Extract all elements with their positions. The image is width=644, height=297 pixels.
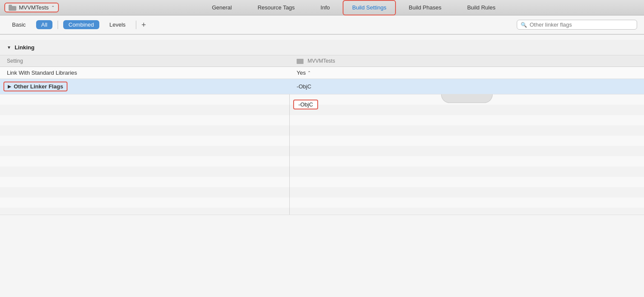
main-content: ▼ Linking Setting MVVMTests Link With St… <box>0 40 644 297</box>
folder-icon <box>9 5 16 11</box>
collapse-triangle: ▼ <box>7 45 11 50</box>
section-title: Linking <box>15 44 34 51</box>
table-header: Setting MVVMTests <box>0 55 644 67</box>
search-icon: 🔍 <box>521 22 527 28</box>
tab-build-rules[interactable]: Build Rules <box>454 0 509 15</box>
tab-build-settings[interactable]: Build Settings <box>343 0 396 15</box>
right-editor-area[interactable]: -ObjC <box>290 94 644 215</box>
other-linker-value: -ObjC <box>290 79 644 94</box>
editor-top-curve <box>441 94 493 103</box>
tab-general[interactable]: General <box>199 0 245 15</box>
toolbar-divider <box>58 21 58 29</box>
tab-info[interactable]: Info <box>308 0 343 15</box>
settings-table: Setting MVVMTests Link With Standard Lib… <box>0 55 644 215</box>
add-button[interactable]: + <box>141 21 146 29</box>
table-row[interactable]: Link With Standard Libraries Yes ⌃ <box>0 67 644 79</box>
tab-bar: MVVMTests ⌃ General Resource Tags Info B… <box>0 0 644 15</box>
left-empty-area <box>0 94 290 215</box>
toolbar-divider-2 <box>136 21 136 29</box>
basic-button[interactable]: Basic <box>7 20 31 29</box>
toolbar: Basic All Combined Levels + 🔍 <box>0 15 644 34</box>
target-selector[interactable]: MVVMTests ⌃ <box>4 3 59 12</box>
col-header-value: MVVMTests <box>290 55 644 67</box>
editor-cell: -ObjC <box>0 94 644 215</box>
search-box[interactable]: 🔍 <box>517 20 637 30</box>
expand-triangle: ▶ <box>8 84 11 89</box>
stepper-value: Yes ⌃ <box>297 70 311 76</box>
tab-navigation: General Resource Tags Info Build Setting… <box>63 0 644 15</box>
row-value: Yes ⌃ <box>290 67 644 79</box>
levels-button[interactable]: Levels <box>104 20 131 29</box>
stepper-icon: ⌃ <box>51 5 55 10</box>
tab-resource-tags[interactable]: Resource Tags <box>245 0 307 15</box>
target-name: MVVMTests <box>19 4 49 11</box>
folder-icon-header <box>297 59 304 64</box>
tab-build-phases[interactable]: Build Phases <box>396 0 454 15</box>
other-linker-flags-row[interactable]: ▶ Other Linker Flags -ObjC <box>0 79 644 94</box>
spacer <box>0 35 644 40</box>
setting-name-other-linker: ▶ Other Linker Flags <box>0 79 290 94</box>
expanded-editor-row: -ObjC <box>0 94 644 215</box>
section-linking[interactable]: ▼ Linking <box>0 40 644 55</box>
combined-button[interactable]: Combined <box>63 20 99 29</box>
search-input[interactable] <box>530 21 633 28</box>
editor-value-box[interactable]: -ObjC <box>293 100 318 109</box>
other-linker-label[interactable]: ▶ Other Linker Flags <box>3 82 67 91</box>
all-button[interactable]: All <box>36 20 52 29</box>
setting-name: Link With Standard Libraries <box>0 67 290 79</box>
split-editor: -ObjC <box>0 94 644 215</box>
col-header-setting: Setting <box>0 55 290 67</box>
stepper-arrows: ⌃ <box>307 70 311 75</box>
